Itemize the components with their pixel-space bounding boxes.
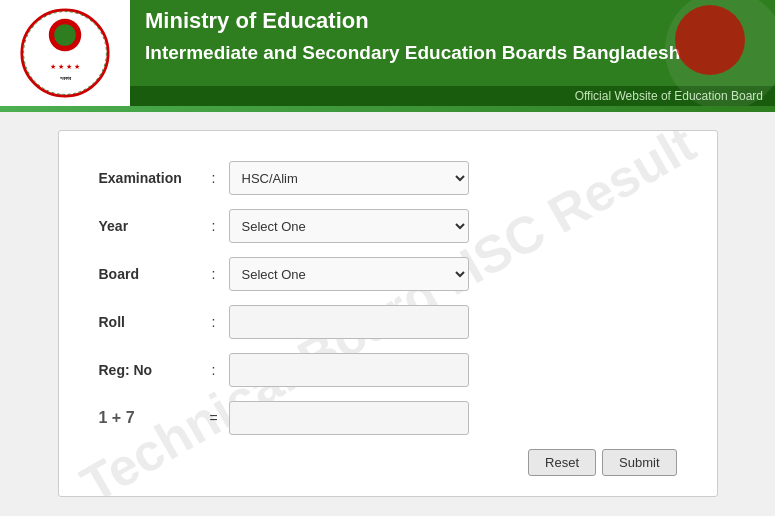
- year-label: Year: [99, 218, 199, 234]
- ministry-title: Ministry of Education: [145, 8, 369, 33]
- svg-text:★ ★ ★ ★: ★ ★ ★ ★: [50, 62, 80, 71]
- examination-row: Examination : HSC/Alim SSC/Dakhil JSC PS…: [99, 161, 677, 195]
- board-colon: :: [199, 266, 229, 282]
- main-content: Technical Board HSC Result Examination :…: [0, 112, 775, 515]
- examination-colon: :: [199, 170, 229, 186]
- regno-colon: :: [199, 362, 229, 378]
- regno-row: Reg: No :: [99, 353, 677, 387]
- form-content: Examination : HSC/Alim SSC/Dakhil JSC PS…: [99, 161, 677, 476]
- year-input-area: Select One 2023 2022 2021 2020: [229, 209, 677, 243]
- examination-input-area: HSC/Alim SSC/Dakhil JSC PSC: [229, 161, 677, 195]
- captcha-row: 1 + 7 =: [99, 401, 677, 435]
- roll-colon: :: [199, 314, 229, 330]
- svg-text:সরকার: সরকার: [60, 75, 72, 81]
- year-row: Year : Select One 2023 2022 2021 2020: [99, 209, 677, 243]
- examination-label: Examination: [99, 170, 199, 186]
- board-input-area: Select One Dhaka Chittagong Rajshahi Khu…: [229, 257, 677, 291]
- official-bar: Official Website of Education Board: [130, 86, 775, 106]
- regno-input[interactable]: [229, 353, 469, 387]
- header: ★ ★ ★ ★ সরকার Ministry of Education Inte…: [0, 0, 775, 106]
- examination-select[interactable]: HSC/Alim SSC/Dakhil JSC PSC: [229, 161, 469, 195]
- board-select[interactable]: Select One Dhaka Chittagong Rajshahi Khu…: [229, 257, 469, 291]
- captcha-input[interactable]: [229, 401, 469, 435]
- captcha-equals: =: [199, 410, 229, 426]
- roll-input-area: [229, 305, 677, 339]
- roll-row: Roll :: [99, 305, 677, 339]
- regno-input-area: [229, 353, 677, 387]
- year-select[interactable]: Select One 2023 2022 2021 2020: [229, 209, 469, 243]
- form-card: Technical Board HSC Result Examination :…: [58, 130, 718, 497]
- button-row: Reset Submit: [99, 449, 677, 476]
- header-right: Ministry of Education Intermediate and S…: [130, 0, 775, 106]
- logo-area: ★ ★ ★ ★ সরকার: [0, 0, 130, 106]
- board-row: Board : Select One Dhaka Chittagong Rajs…: [99, 257, 677, 291]
- reset-button[interactable]: Reset: [528, 449, 596, 476]
- captcha-label: 1 + 7: [99, 409, 199, 427]
- captcha-input-area: [229, 401, 677, 435]
- roll-label: Roll: [99, 314, 199, 330]
- board-label: Board: [99, 266, 199, 282]
- roll-input[interactable]: [229, 305, 469, 339]
- svg-point-2: [54, 24, 76, 46]
- regno-label: Reg: No: [99, 362, 199, 378]
- year-colon: :: [199, 218, 229, 234]
- submit-button[interactable]: Submit: [602, 449, 676, 476]
